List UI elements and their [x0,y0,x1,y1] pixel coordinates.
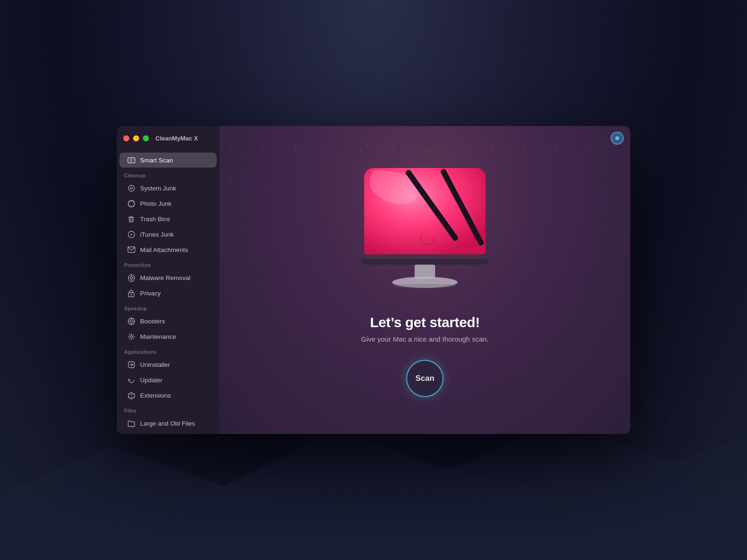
section-files-label: Files [117,403,219,415]
close-button[interactable] [123,135,129,141]
mail-attachments-icon [127,245,135,254]
smart-scan-label: Smart Scan [140,157,173,164]
sidebar-item-smart-scan[interactable]: Smart Scan [120,153,217,168]
extensions-label: Extensions [140,392,171,399]
sidebar-item-updater[interactable]: Updater [120,372,217,387]
sidebar-item-system-junk[interactable]: System Junk [120,181,217,196]
status-indicator [611,132,624,145]
titlebar: CleanMyMac X [117,126,219,150]
large-old-files-label: Large and Old Files [140,420,195,427]
main-subtitle: Give your Mac a nice and thorough scan. [361,335,489,343]
scan-button[interactable]: Scan [406,360,444,397]
svg-point-41 [393,284,457,288]
svg-line-11 [133,205,134,206]
boosters-label: Boosters [140,318,165,325]
scan-button-label: Scan [416,374,435,383]
extensions-icon [127,391,135,399]
sidebar-item-boosters[interactable]: Boosters [120,314,217,329]
trash-bins-label: Trash Bins [140,216,170,223]
svg-rect-39 [415,265,435,279]
sidebar-item-privacy[interactable]: Privacy [120,286,217,301]
large-old-files-icon [127,419,135,427]
itunes-junk-label: iTunes Junk [140,231,174,238]
malware-removal-label: Malware Removal [140,274,190,281]
minimize-button[interactable] [133,135,139,141]
section-cleanup-label: Cleanup [117,168,219,180]
privacy-icon [127,289,135,297]
section-protection-label: Protection [117,258,219,270]
maximize-button[interactable] [143,135,149,141]
sidebar-item-uninstaller[interactable]: Uninstaller [120,357,217,372]
main-content: Let’s get started! Give your Mac a nice … [219,126,630,434]
sidebar: CleanMyMac X Smart Scan Cleanup [117,126,219,434]
itunes-junk-icon [127,230,135,238]
main-headline: Let’s get started! [370,315,479,330]
status-dot-inner [615,136,619,140]
system-junk-label: System Junk [140,185,176,192]
updater-label: Updater [140,377,162,384]
sidebar-item-trash-bins[interactable]: Trash Bins [120,211,217,226]
sidebar-item-malware-removal[interactable]: Malware Removal [120,270,217,285]
mail-attachments-label: Mail Attachments [140,246,188,253]
photo-junk-icon [127,199,135,208]
maintenance-label: Maintenance [140,333,176,340]
trash-bins-icon [127,215,135,223]
uninstaller-icon [127,360,135,369]
sidebar-item-extensions[interactable]: Extensions [120,388,217,403]
svg-line-12 [129,205,130,206]
section-speedup-label: Speedup [117,301,219,313]
app-window: CleanMyMac X Smart Scan Cleanup [117,126,630,434]
sidebar-item-mail-attachments[interactable]: Mail Attachments [120,242,217,257]
privacy-label: Privacy [140,290,161,297]
sidebar-item-maintenance[interactable]: Maintenance [120,329,217,344]
sidebar-item-photo-junk[interactable]: Photo Junk [120,196,217,211]
sidebar-item-large-old-files[interactable]: Large and Old Files [120,416,217,431]
svg-line-13 [133,201,134,202]
app-title: CleanMyMac X [155,135,198,142]
uninstaller-label: Uninstaller [140,361,170,368]
boosters-icon [127,317,135,325]
sidebar-item-shredder[interactable]: Shredder [120,431,217,434]
main-titlebar [611,126,630,150]
smart-scan-icon [127,156,135,164]
malware-removal-icon [127,273,135,282]
monitor-illustration [336,163,514,303]
svg-point-24 [131,294,132,295]
photo-junk-label: Photo Junk [140,200,172,207]
svg-point-4 [128,185,134,191]
system-junk-icon [127,184,135,192]
section-applications-label: Applications [117,344,219,357]
svg-line-10 [129,201,130,202]
maintenance-icon [127,332,135,341]
svg-point-26 [130,336,133,338]
svg-rect-38 [362,259,488,265]
sidebar-item-itunes-junk[interactable]: iTunes Junk [120,227,217,242]
sidebar-nav: Smart Scan Cleanup System Junk [117,150,219,434]
updater-icon [127,376,135,384]
svg-point-18 [130,277,133,279]
